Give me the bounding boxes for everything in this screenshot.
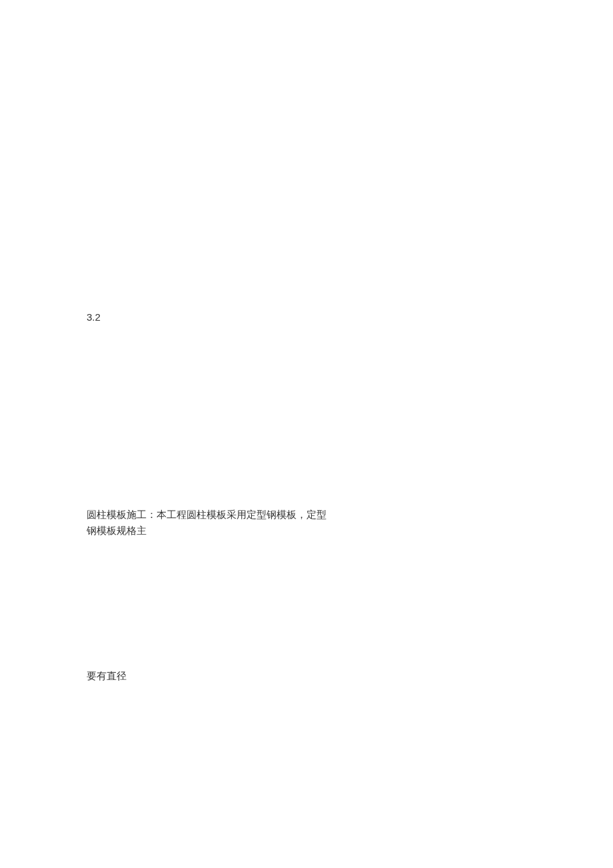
paragraph-1-line-2: 钢模板规格主	[87, 525, 147, 536]
section-number: 3.2	[87, 311, 526, 323]
paragraph-1: 圆柱模板施工：本工程圆柱模板采用定型钢模板，定型 钢模板规格主	[87, 507, 326, 539]
paragraph-2: 要有直径	[87, 670, 526, 683]
paragraph-1-line-1: 圆柱模板施工：本工程圆柱模板采用定型钢模板，定型	[87, 509, 326, 520]
